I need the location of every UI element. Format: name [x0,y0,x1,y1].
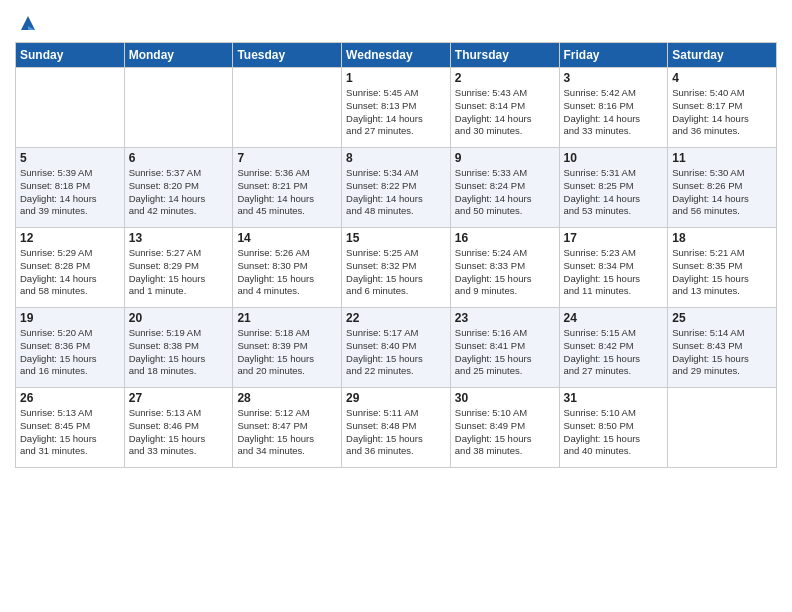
calendar-cell: 11Sunrise: 5:30 AM Sunset: 8:26 PM Dayli… [668,148,777,228]
day-info: Sunrise: 5:13 AM Sunset: 8:45 PM Dayligh… [20,407,120,458]
day-number: 17 [564,231,664,245]
day-number: 28 [237,391,337,405]
calendar-cell: 17Sunrise: 5:23 AM Sunset: 8:34 PM Dayli… [559,228,668,308]
day-info: Sunrise: 5:45 AM Sunset: 8:13 PM Dayligh… [346,87,446,138]
day-info: Sunrise: 5:19 AM Sunset: 8:38 PM Dayligh… [129,327,229,378]
day-number: 13 [129,231,229,245]
day-number: 22 [346,311,446,325]
calendar-cell: 2Sunrise: 5:43 AM Sunset: 8:14 PM Daylig… [450,68,559,148]
day-info: Sunrise: 5:14 AM Sunset: 8:43 PM Dayligh… [672,327,772,378]
day-info: Sunrise: 5:10 AM Sunset: 8:49 PM Dayligh… [455,407,555,458]
header [15,10,777,34]
day-number: 9 [455,151,555,165]
calendar-cell: 23Sunrise: 5:16 AM Sunset: 8:41 PM Dayli… [450,308,559,388]
day-info: Sunrise: 5:34 AM Sunset: 8:22 PM Dayligh… [346,167,446,218]
day-info: Sunrise: 5:37 AM Sunset: 8:20 PM Dayligh… [129,167,229,218]
weekday-header-tuesday: Tuesday [233,43,342,68]
calendar-cell: 14Sunrise: 5:26 AM Sunset: 8:30 PM Dayli… [233,228,342,308]
calendar-cell [124,68,233,148]
day-number: 10 [564,151,664,165]
day-number: 21 [237,311,337,325]
calendar-cell: 9Sunrise: 5:33 AM Sunset: 8:24 PM Daylig… [450,148,559,228]
calendar-cell: 31Sunrise: 5:10 AM Sunset: 8:50 PM Dayli… [559,388,668,468]
calendar-cell: 8Sunrise: 5:34 AM Sunset: 8:22 PM Daylig… [342,148,451,228]
day-info: Sunrise: 5:17 AM Sunset: 8:40 PM Dayligh… [346,327,446,378]
calendar-header-row: SundayMondayTuesdayWednesdayThursdayFrid… [16,43,777,68]
calendar-cell: 30Sunrise: 5:10 AM Sunset: 8:49 PM Dayli… [450,388,559,468]
day-number: 3 [564,71,664,85]
day-info: Sunrise: 5:40 AM Sunset: 8:17 PM Dayligh… [672,87,772,138]
day-number: 5 [20,151,120,165]
day-number: 25 [672,311,772,325]
logo [15,14,39,34]
day-info: Sunrise: 5:29 AM Sunset: 8:28 PM Dayligh… [20,247,120,298]
calendar-cell: 20Sunrise: 5:19 AM Sunset: 8:38 PM Dayli… [124,308,233,388]
day-info: Sunrise: 5:36 AM Sunset: 8:21 PM Dayligh… [237,167,337,218]
weekday-header-wednesday: Wednesday [342,43,451,68]
day-info: Sunrise: 5:21 AM Sunset: 8:35 PM Dayligh… [672,247,772,298]
logo-icon [17,12,39,34]
calendar-week-2: 5Sunrise: 5:39 AM Sunset: 8:18 PM Daylig… [16,148,777,228]
calendar-cell: 24Sunrise: 5:15 AM Sunset: 8:42 PM Dayli… [559,308,668,388]
day-info: Sunrise: 5:13 AM Sunset: 8:46 PM Dayligh… [129,407,229,458]
day-info: Sunrise: 5:30 AM Sunset: 8:26 PM Dayligh… [672,167,772,218]
day-number: 12 [20,231,120,245]
calendar-cell: 5Sunrise: 5:39 AM Sunset: 8:18 PM Daylig… [16,148,125,228]
weekday-header-sunday: Sunday [16,43,125,68]
calendar-cell: 18Sunrise: 5:21 AM Sunset: 8:35 PM Dayli… [668,228,777,308]
calendar-cell [233,68,342,148]
day-info: Sunrise: 5:23 AM Sunset: 8:34 PM Dayligh… [564,247,664,298]
calendar-cell: 29Sunrise: 5:11 AM Sunset: 8:48 PM Dayli… [342,388,451,468]
calendar-cell: 26Sunrise: 5:13 AM Sunset: 8:45 PM Dayli… [16,388,125,468]
day-number: 26 [20,391,120,405]
calendar-cell: 1Sunrise: 5:45 AM Sunset: 8:13 PM Daylig… [342,68,451,148]
weekday-header-saturday: Saturday [668,43,777,68]
calendar-cell: 19Sunrise: 5:20 AM Sunset: 8:36 PM Dayli… [16,308,125,388]
day-number: 31 [564,391,664,405]
day-number: 14 [237,231,337,245]
calendar-cell: 22Sunrise: 5:17 AM Sunset: 8:40 PM Dayli… [342,308,451,388]
calendar-week-5: 26Sunrise: 5:13 AM Sunset: 8:45 PM Dayli… [16,388,777,468]
day-number: 11 [672,151,772,165]
page: SundayMondayTuesdayWednesdayThursdayFrid… [0,0,792,612]
calendar-cell [16,68,125,148]
calendar: SundayMondayTuesdayWednesdayThursdayFrid… [15,42,777,468]
day-info: Sunrise: 5:31 AM Sunset: 8:25 PM Dayligh… [564,167,664,218]
calendar-cell: 10Sunrise: 5:31 AM Sunset: 8:25 PM Dayli… [559,148,668,228]
day-number: 20 [129,311,229,325]
calendar-cell: 12Sunrise: 5:29 AM Sunset: 8:28 PM Dayli… [16,228,125,308]
calendar-cell: 27Sunrise: 5:13 AM Sunset: 8:46 PM Dayli… [124,388,233,468]
day-number: 1 [346,71,446,85]
day-number: 19 [20,311,120,325]
day-number: 4 [672,71,772,85]
day-number: 6 [129,151,229,165]
day-number: 16 [455,231,555,245]
day-info: Sunrise: 5:42 AM Sunset: 8:16 PM Dayligh… [564,87,664,138]
day-number: 27 [129,391,229,405]
calendar-cell [668,388,777,468]
day-number: 30 [455,391,555,405]
calendar-cell: 16Sunrise: 5:24 AM Sunset: 8:33 PM Dayli… [450,228,559,308]
day-number: 24 [564,311,664,325]
calendar-cell: 13Sunrise: 5:27 AM Sunset: 8:29 PM Dayli… [124,228,233,308]
day-info: Sunrise: 5:16 AM Sunset: 8:41 PM Dayligh… [455,327,555,378]
calendar-cell: 4Sunrise: 5:40 AM Sunset: 8:17 PM Daylig… [668,68,777,148]
weekday-header-friday: Friday [559,43,668,68]
day-info: Sunrise: 5:26 AM Sunset: 8:30 PM Dayligh… [237,247,337,298]
day-info: Sunrise: 5:43 AM Sunset: 8:14 PM Dayligh… [455,87,555,138]
day-number: 8 [346,151,446,165]
day-info: Sunrise: 5:33 AM Sunset: 8:24 PM Dayligh… [455,167,555,218]
calendar-week-1: 1Sunrise: 5:45 AM Sunset: 8:13 PM Daylig… [16,68,777,148]
day-info: Sunrise: 5:20 AM Sunset: 8:36 PM Dayligh… [20,327,120,378]
day-number: 7 [237,151,337,165]
calendar-cell: 6Sunrise: 5:37 AM Sunset: 8:20 PM Daylig… [124,148,233,228]
day-info: Sunrise: 5:18 AM Sunset: 8:39 PM Dayligh… [237,327,337,378]
day-number: 15 [346,231,446,245]
day-number: 29 [346,391,446,405]
day-info: Sunrise: 5:12 AM Sunset: 8:47 PM Dayligh… [237,407,337,458]
calendar-week-3: 12Sunrise: 5:29 AM Sunset: 8:28 PM Dayli… [16,228,777,308]
calendar-cell: 7Sunrise: 5:36 AM Sunset: 8:21 PM Daylig… [233,148,342,228]
day-info: Sunrise: 5:39 AM Sunset: 8:18 PM Dayligh… [20,167,120,218]
day-number: 23 [455,311,555,325]
calendar-cell: 28Sunrise: 5:12 AM Sunset: 8:47 PM Dayli… [233,388,342,468]
